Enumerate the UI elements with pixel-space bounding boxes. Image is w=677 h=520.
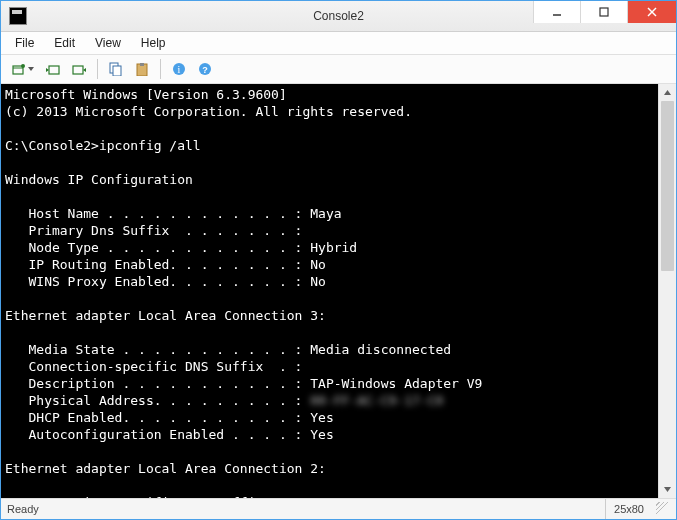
app-window: Console2 File Edit View Help (0, 0, 677, 520)
terminal-line: Node Type . . . . . . . . . . . . : Hybr… (5, 239, 654, 256)
terminal-line (5, 290, 654, 307)
terminal-line: (c) 2013 Microsoft Corporation. All righ… (5, 103, 654, 120)
terminal-line: C:\Console2>ipconfig /all (5, 137, 654, 154)
terminal-line: WINS Proxy Enabled. . . . . . . . : No (5, 273, 654, 290)
scroll-down-button[interactable] (659, 481, 676, 498)
terminal-line (5, 154, 654, 171)
toolbar: i ? (1, 55, 676, 84)
scrollbar-thumb[interactable] (661, 101, 674, 271)
terminal-line (5, 324, 654, 341)
menu-view[interactable]: View (85, 34, 131, 52)
svg-rect-7 (49, 66, 59, 74)
toolbar-separator (97, 59, 98, 79)
terminal-line: Media State . . . . . . . . . . . : Medi… (5, 341, 654, 358)
next-tab-icon (72, 63, 86, 75)
chevron-down-icon (663, 485, 672, 494)
svg-rect-12 (113, 66, 121, 76)
terminal-line: Connection-specific DNS Suffix . : (5, 358, 654, 375)
title-bar: Console2 (1, 1, 676, 32)
terminal-line: DHCP Enabled. . . . . . . . . . . : Yes (5, 409, 654, 426)
svg-rect-1 (600, 8, 608, 16)
terminal-line (5, 443, 654, 460)
status-text: Ready (7, 503, 39, 515)
svg-text:?: ? (202, 65, 208, 75)
status-dimensions: 25x80 (605, 499, 652, 519)
minimize-icon (552, 7, 562, 17)
status-bar: Ready 25x80 (1, 498, 676, 519)
menu-help[interactable]: Help (131, 34, 176, 52)
toolbar-separator (160, 59, 161, 79)
svg-rect-14 (140, 63, 144, 66)
copy-button[interactable] (104, 57, 128, 81)
menu-file[interactable]: File (5, 34, 44, 52)
console-area: Microsoft Windows [Version 6.3.9600](c) … (1, 84, 676, 498)
terminal-line: Host Name . . . . . . . . . . . . : Maya (5, 205, 654, 222)
window-controls (533, 1, 676, 31)
terminal-line: Windows IP Configuration (5, 171, 654, 188)
svg-point-6 (21, 64, 25, 68)
app-icon (9, 7, 27, 25)
info-icon: i (172, 62, 186, 76)
svg-text:i: i (178, 64, 181, 75)
scroll-up-button[interactable] (659, 84, 676, 101)
dropdown-icon (28, 67, 34, 71)
terminal-line (5, 120, 654, 137)
terminal-line: Description . . . . . . . . . . . : TAP-… (5, 375, 654, 392)
terminal-line: Ethernet adapter Local Area Connection 2… (5, 460, 654, 477)
minimize-button[interactable] (533, 1, 580, 23)
menu-edit[interactable]: Edit (44, 34, 85, 52)
terminal-line (5, 477, 654, 494)
terminal-output[interactable]: Microsoft Windows [Version 6.3.9600](c) … (1, 84, 658, 498)
terminal-line: Microsoft Windows [Version 6.3.9600] (5, 86, 654, 103)
vertical-scrollbar[interactable] (658, 84, 676, 498)
close-button[interactable] (627, 1, 676, 23)
copy-icon (109, 62, 123, 76)
close-icon (647, 7, 657, 17)
new-tab-button[interactable] (7, 57, 39, 81)
resize-grip[interactable] (656, 502, 670, 516)
paste-icon (135, 62, 149, 76)
terminal-line: IP Routing Enabled. . . . . . . . : No (5, 256, 654, 273)
next-tab-button[interactable] (67, 57, 91, 81)
info-button[interactable]: i (167, 57, 191, 81)
help-icon: ? (198, 62, 212, 76)
menu-bar: File Edit View Help (1, 32, 676, 55)
prev-tab-icon (46, 63, 60, 75)
maximize-button[interactable] (580, 1, 627, 23)
chevron-up-icon (663, 88, 672, 97)
svg-marker-20 (664, 487, 671, 492)
terminal-line (5, 188, 654, 205)
prev-tab-button[interactable] (41, 57, 65, 81)
new-tab-icon (12, 63, 26, 75)
terminal-line: Ethernet adapter Local Area Connection 3… (5, 307, 654, 324)
help-button[interactable]: ? (193, 57, 217, 81)
maximize-icon (599, 7, 609, 17)
terminal-line: Autoconfiguration Enabled . . . . : Yes (5, 426, 654, 443)
svg-marker-19 (664, 90, 671, 95)
paste-button[interactable] (130, 57, 154, 81)
physical-address-value: 00-FF-AC-C9-17-C0 (310, 393, 443, 408)
terminal-line: Primary Dns Suffix . . . . . . . : (5, 222, 654, 239)
physical-address-label: Physical Address. . . . . . . . . : (5, 393, 310, 408)
terminal-line: Physical Address. . . . . . . . . : 00-F… (5, 392, 654, 409)
svg-rect-9 (73, 66, 83, 74)
